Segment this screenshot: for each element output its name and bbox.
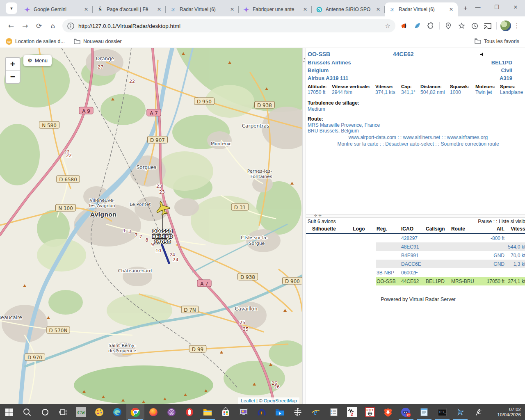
pause-link[interactable]: Pause (478, 219, 492, 224)
taskbar-task-view-icon[interactable] (54, 404, 72, 420)
bookmark-star-icon[interactable]: ☆ (385, 22, 390, 30)
close-window-button[interactable]: ✕ (506, 0, 525, 14)
taskbar-cortana-icon[interactable] (36, 404, 54, 420)
back-button[interactable]: ← (5, 20, 17, 32)
tab-2[interactable]: ŜPage d'accueil | Fê✕ (93, 2, 166, 16)
table-row[interactable]: 3B-NBP06002F (306, 268, 525, 277)
taskbar-terminal-icon[interactable]: C:\_ (433, 404, 451, 420)
column-header-vitesse[interactable]: Vitesse (505, 225, 525, 233)
cast-icon[interactable] (482, 21, 493, 31)
column-header-route[interactable]: Route (450, 225, 482, 233)
taskbar-decoder-app-icon[interactable]: 2 (343, 404, 361, 420)
home-button[interactable]: ⌂ (47, 20, 59, 32)
taskbar-snip-tool-icon[interactable] (235, 404, 253, 420)
taskbar-start-icon[interactable] (0, 404, 18, 420)
taskbar-store-icon[interactable] (217, 404, 235, 420)
zoom-in-button[interactable]: + (6, 58, 20, 71)
column-header-reg[interactable]: Reg. (376, 225, 400, 233)
taskbar-ink-pen-icon[interactable] (469, 404, 487, 420)
panel-splitter-vertical[interactable]: ◂▸ (302, 48, 306, 404)
profile-avatar[interactable] (500, 21, 511, 31)
megaphone-extension-icon[interactable] (399, 21, 410, 31)
taskbar-brave-icon[interactable] (379, 404, 397, 420)
column-header-silhouette[interactable]: Silhouette (306, 225, 342, 233)
chrome-menu-icon[interactable]: ⋮ (513, 22, 521, 30)
taskbar-tor-icon[interactable] (162, 404, 180, 420)
feather-extension-icon[interactable] (412, 21, 423, 31)
tab-4[interactable]: Fabriquer une ante✕ (239, 2, 312, 16)
tab-3[interactable]: ✈Radar Virtuel (6)✕ (166, 2, 239, 16)
taskbar-palette-app-icon[interactable] (90, 404, 108, 420)
aircraft-registration[interactable]: OO-SSB (308, 51, 330, 57)
taskbar-discord-icon[interactable]: 9+ (397, 404, 415, 420)
tab-label: Google Gemini (34, 7, 80, 12)
table-row[interactable]: B4E991GND70,0 kts (306, 251, 525, 260)
taskbar-movies-tv-icon[interactable] (271, 404, 289, 420)
link-www-airport-data-com[interactable]: www.airport-data.com (349, 135, 396, 140)
taskbar-edge-icon[interactable] (108, 404, 126, 420)
reload-button[interactable]: ⟳ (33, 20, 45, 32)
link-d-sactiver-auto-select[interactable]: Désactiver auto-select (385, 141, 434, 147)
minimize-button[interactable]: — (468, 0, 487, 14)
link-www-airframes-org[interactable]: www.airframes.org (447, 135, 488, 140)
column-header-callsign[interactable]: Callsign (425, 225, 450, 233)
column-header-alt[interactable]: Alt. (482, 225, 505, 233)
tab-close-icon[interactable]: ✕ (83, 6, 89, 13)
taskbar-firefox-icon[interactable] (144, 404, 162, 420)
taskbar-file-explorer-icon[interactable] (199, 404, 217, 420)
tab-6-active[interactable]: ✈Radar Virtuel (6)✕ (385, 2, 458, 16)
visible-only-link[interactable]: Liste si visible (499, 219, 525, 224)
tab-close-icon[interactable]: ✕ (375, 6, 381, 13)
history-clock-icon[interactable] (469, 21, 480, 31)
taskbar-chrome-icon[interactable] (126, 404, 144, 420)
column-header-logo[interactable]: Logo (342, 225, 376, 233)
tab-1[interactable]: Google Gemini✕ (20, 2, 93, 16)
taskbar-audio-app-icon[interactable] (253, 404, 271, 420)
leaflet-map[interactable]: OrangeCarpentrasMonteuxSorguesPernes-les… (0, 48, 302, 404)
link-soumettre-correction-route[interactable]: Soumettre correction route (441, 141, 499, 147)
zoom-out-button[interactable]: − (6, 71, 20, 83)
extensions-puzzle-icon[interactable] (425, 21, 436, 31)
tab-close-icon[interactable]: ✕ (302, 6, 308, 13)
forward-button[interactable]: → (19, 20, 31, 32)
taskbar-rtty-app-icon[interactable]: RTTY (361, 404, 379, 420)
table-row[interactable]: 428297-800 ft (306, 234, 525, 242)
all-bookmarks[interactable]: Tous les favoris (475, 38, 519, 45)
svg-text:D 570N: D 570N (49, 328, 68, 333)
favorites-badge-icon[interactable] (456, 21, 467, 31)
tab-close-icon[interactable]: ✕ (229, 6, 235, 13)
tab-close-icon[interactable]: ✕ (448, 6, 454, 13)
taskbar-opera-icon[interactable] (180, 404, 199, 420)
taskbar-search-icon[interactable] (18, 404, 36, 420)
taskbar-pinyin-app-icon[interactable] (289, 404, 307, 420)
taskbar-notes-list-icon[interactable] (325, 404, 343, 420)
road-shield-d938: D 938 (255, 101, 275, 108)
taskbar-clock[interactable]: 07:02 10/04/2026 (495, 404, 525, 420)
location-pin-icon[interactable] (443, 21, 454, 31)
address-bar[interactable]: http://127.0.0.1/VirtualRadar/desktop.ht… (62, 19, 395, 32)
mute-speaker-icon[interactable] (480, 51, 485, 59)
leaflet-link[interactable]: Leaflet (241, 398, 255, 403)
bookmark-location-salles[interactable]: co Location de salles d... (6, 38, 65, 45)
map-menu-button[interactable]: ⚙ Menu (23, 55, 52, 66)
taskbar-cw-app-icon[interactable]: CW (72, 404, 90, 420)
tab-close-icon[interactable]: ✕ (156, 6, 162, 13)
taskbar-virtual-radar-icon[interactable] (451, 404, 469, 420)
tab-5[interactable]: Antenne SIRIO SPO✕ (312, 2, 385, 16)
site-info-icon[interactable] (67, 23, 74, 30)
aircraft-operator: Brussels Airlines (308, 59, 351, 66)
column-header-icao[interactable]: ICAO (400, 225, 425, 233)
taskbar-internet-explorer-icon[interactable]: e (307, 404, 325, 420)
table-row[interactable]: DACC6EGND1,3 kts (306, 260, 525, 268)
restore-button[interactable]: ❐ (487, 0, 506, 14)
link-www-airliners-net[interactable]: www.airliners.net (403, 135, 440, 140)
table-row[interactable]: OO-SSB44CE62BEL1PDMRS-BRU17050 ft374,1 k… (306, 277, 525, 285)
table-row[interactable]: 48EC91544,0 kts (306, 242, 525, 251)
tab-search-button[interactable]: ▾ (6, 2, 17, 14)
town-label: Fontaines (250, 174, 272, 179)
osm-link[interactable]: OpenStreetMap (264, 398, 297, 403)
taskbar-notepad-icon[interactable] (415, 404, 433, 420)
road-shield-d970: D 970 (25, 354, 45, 361)
bookmark-nouveau-dossier[interactable]: Nouveau dossier (74, 39, 122, 44)
link-montre-sur-la-carte[interactable]: Montre sur la carte (337, 141, 378, 147)
